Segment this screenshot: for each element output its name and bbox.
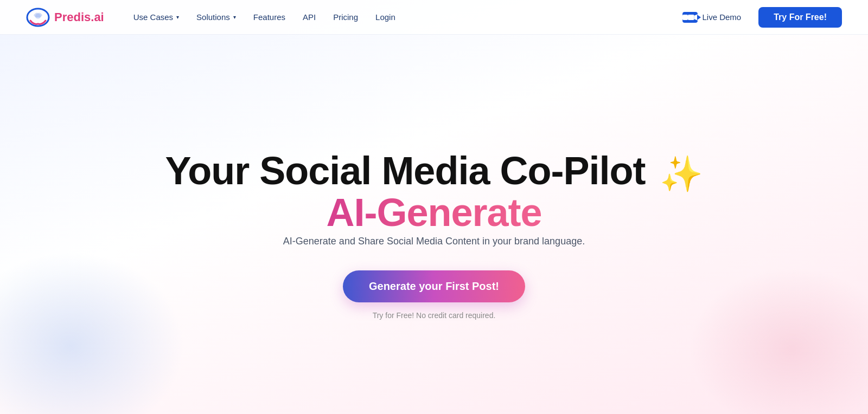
logo-link[interactable]: Predis.ai [26,5,104,29]
logo-text: Predis.ai [54,10,104,24]
logo-predis: Predis [54,10,91,24]
pricing-label: Pricing [333,12,358,22]
live-demo-label: Live Demo [702,12,741,22]
video-camera-icon [682,12,698,23]
login-label: Login [375,12,395,22]
use-cases-label: Use Cases [133,12,173,22]
nav-api[interactable]: API [295,8,323,26]
use-cases-chevron-icon: ▾ [176,14,179,20]
solutions-label: Solutions [196,12,230,22]
nav-use-cases[interactable]: Use Cases ▾ [126,8,187,26]
nav-features[interactable]: Features [246,8,293,26]
solutions-chevron-icon: ▾ [233,14,236,20]
hero-title-line1: Your Social Media Co-Pilot ✨ [165,149,703,192]
hero-free-note: Try for Free! No credit card required. [373,311,496,320]
generate-post-button[interactable]: Generate your First Post! [343,270,525,302]
logo-icon [26,5,50,29]
nav-pricing[interactable]: Pricing [326,8,366,26]
nav-right: Live Demo Try For Free! [674,7,842,28]
sparkle-icon: ✨ [660,157,703,191]
logo-dot: .ai [91,10,104,24]
hero-title-line1-text: Your Social Media Co-Pilot [165,149,646,192]
navbar: Predis.ai Use Cases ▾ Solutions ▾ Featur… [0,0,868,35]
live-demo-button[interactable]: Live Demo [674,8,750,27]
try-free-button[interactable]: Try For Free! [758,7,842,28]
nav-links: Use Cases ▾ Solutions ▾ Features API Pri… [126,8,674,26]
hero-subtitle: AI-Generate and Share Social Media Conte… [283,234,585,249]
svg-rect-2 [688,15,694,20]
features-label: Features [253,12,285,22]
nav-login[interactable]: Login [368,8,403,26]
nav-solutions[interactable]: Solutions ▾ [189,8,244,26]
api-label: API [303,12,316,22]
svg-marker-3 [694,14,698,21]
page-wrapper: Predis.ai Use Cases ▾ Solutions ▾ Featur… [0,0,868,414]
hero-title: Your Social Media Co-Pilot ✨ AI-Generate [165,151,703,235]
hero-title-line2: AI-Generate [326,191,541,234]
hero-section: Your Social Media Co-Pilot ✨ AI-Generate… [0,35,868,414]
